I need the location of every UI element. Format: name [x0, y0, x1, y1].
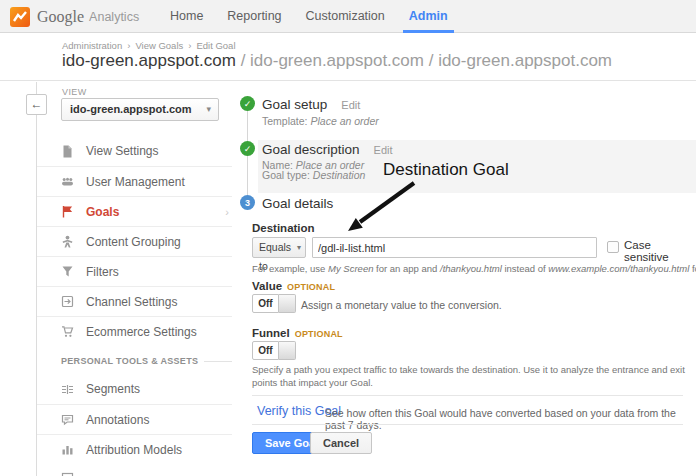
- brand-google: Google: [37, 8, 84, 26]
- segments-icon: [61, 383, 74, 396]
- document-icon: [61, 145, 74, 158]
- page-header: Administration › View Goals › Edit Goal …: [0, 34, 696, 81]
- breadcrumb-edit-goal: Edit Goal: [196, 40, 235, 51]
- helper-example: www.example.com/thankyou.html: [548, 263, 689, 274]
- sidebar-item-label: Goals: [86, 205, 119, 219]
- helper-example: My Screen: [328, 263, 373, 274]
- funnel-optional-badge: OPTIONAL: [295, 329, 343, 339]
- nav-home[interactable]: Home: [158, 0, 215, 33]
- funnel-section-label: FunnelOPTIONAL: [252, 327, 343, 339]
- top-bar: Google Analytics Home Reporting Customiz…: [0, 0, 696, 33]
- helper-example: /thankyou.html: [440, 263, 502, 274]
- nav-admin[interactable]: Admin: [397, 0, 460, 33]
- ga-admin-edit-goal-page: Google Analytics Home Reporting Customiz…: [0, 0, 696, 476]
- case-sensitive-checkbox[interactable]: [607, 241, 619, 253]
- breadcrumb: Administration › View Goals › Edit Goal: [62, 40, 236, 51]
- flag-icon: [61, 205, 74, 218]
- annotation-icon: [61, 413, 74, 426]
- brand-analytics: Analytics: [89, 10, 139, 24]
- cancel-button[interactable]: Cancel: [310, 432, 372, 454]
- destination-label: Destination: [252, 222, 315, 234]
- sidebar-item-attribution-models[interactable]: Attribution Models: [37, 434, 232, 464]
- sidebar-item-label: Filters: [86, 265, 119, 279]
- check-icon: ✓: [244, 99, 252, 109]
- funnel-toggle[interactable]: Off: [252, 341, 296, 360]
- chevron-down-icon: ▾: [297, 238, 301, 257]
- breadcrumb-administration[interactable]: Administration: [62, 40, 122, 51]
- collapse-sidebar-button[interactable]: ←: [26, 94, 47, 115]
- goal-setup-edit-link[interactable]: Edit: [341, 99, 360, 111]
- sidebar-item-ecommerce-settings[interactable]: Ecommerce Settings: [37, 316, 232, 346]
- page-title-view: ido-green.appspot.com: [62, 51, 236, 70]
- helper-text: for a web page: [689, 263, 696, 274]
- section-divider: [252, 395, 683, 396]
- google-analytics-logo[interactable]: Google Analytics: [10, 0, 139, 33]
- sidebar-item-label: User Management: [86, 175, 185, 189]
- personal-tools-section-header: PERSONAL TOOLS & ASSETS: [61, 356, 232, 366]
- section-header-rule: [204, 361, 232, 362]
- selected-item-chevron-icon: ›: [225, 206, 229, 218]
- breadcrumb-separator: ›: [127, 40, 130, 51]
- sidebar-item-label: Segments: [86, 382, 140, 396]
- destination-helper-text: For example, use My Screen for an app an…: [252, 263, 696, 274]
- value-toggle-knob[interactable]: [279, 294, 296, 313]
- sidebar-item-label: Ecommerce Settings: [86, 325, 197, 339]
- sidebar-item-label: Annotations: [86, 413, 149, 427]
- value-label: Value: [252, 280, 282, 292]
- verify-goal-description: See how often this Goal would have conve…: [325, 407, 696, 431]
- value-section-label: ValueOPTIONAL: [252, 280, 335, 292]
- value-toggle[interactable]: Off: [252, 294, 296, 313]
- step2-done-icon: ✓: [240, 141, 255, 156]
- sidebar-item-annotations[interactable]: Annotations: [37, 404, 232, 434]
- step3-number-badge: 3: [240, 195, 255, 210]
- sidebar-item-user-management[interactable]: User Management: [37, 166, 232, 196]
- helper-text: for an app and: [373, 263, 440, 274]
- step1-done-icon: ✓: [240, 96, 255, 111]
- goal-description-edit-link[interactable]: Edit: [374, 144, 393, 156]
- helper-text: For example, use: [252, 263, 328, 274]
- cart-icon: [61, 325, 74, 338]
- bar-chart-icon: [61, 443, 74, 456]
- sidebar-item-label: Content Grouping: [86, 235, 181, 249]
- annotation-arrow-icon: [336, 176, 426, 238]
- sidebar-item-filters[interactable]: Filters: [37, 256, 232, 286]
- nav-reporting[interactable]: Reporting: [215, 0, 293, 33]
- sidebar-item-label: View Settings: [86, 144, 159, 158]
- view-section-label: VIEW: [62, 87, 87, 97]
- funnel-label: Funnel: [252, 327, 290, 339]
- sidebar-item-channel-settings[interactable]: Channel Settings: [37, 286, 232, 316]
- top-navigation: Home Reporting Customization Admin: [158, 0, 460, 33]
- value-optional-badge: OPTIONAL: [287, 282, 335, 292]
- value-description: Assign a monetary value to the conversio…: [301, 299, 502, 311]
- funnel-icon: [61, 265, 74, 278]
- sidebar-item-label: Channel Settings: [86, 295, 177, 309]
- template-label: Template:: [262, 115, 308, 127]
- goal-setup-template-line: Template: Place an order: [262, 115, 379, 127]
- view-selector-dropdown[interactable]: ido-green.appspot.com ▾: [61, 98, 219, 121]
- step3-number: 3: [245, 198, 250, 208]
- goal-details-title: Goal details: [262, 196, 333, 211]
- destination-url-input[interactable]: [312, 237, 597, 258]
- users-icon: [61, 175, 74, 188]
- view-selector-value: ido-green.appspot.com: [70, 103, 192, 115]
- funnel-description: Specify a path you expect traffic to tak…: [252, 364, 696, 390]
- goal-type-label: Goal type:: [262, 169, 310, 181]
- breadcrumb-separator: ›: [188, 40, 191, 51]
- check-icon: ✓: [244, 144, 252, 154]
- sidebar-item-segments[interactable]: Segments: [37, 374, 232, 404]
- goal-setup-title: Goal setup: [262, 97, 327, 112]
- sidebar-menu: View Settings User Management Goals › Co…: [37, 136, 232, 346]
- funnel-toggle-knob[interactable]: [279, 341, 296, 360]
- section-header-label: PERSONAL TOOLS & ASSETS: [61, 356, 198, 366]
- match-type-dropdown[interactable]: Equals to ▾: [252, 237, 306, 258]
- sidebar-item-goals[interactable]: Goals ›: [37, 196, 232, 226]
- breadcrumb-view-goals[interactable]: View Goals: [135, 40, 183, 51]
- value-toggle-off-label: Off: [252, 294, 279, 313]
- channel-icon: [61, 295, 74, 308]
- nav-customization[interactable]: Customization: [294, 0, 397, 33]
- sidebar-item-content-grouping[interactable]: Content Grouping: [37, 226, 232, 256]
- goal-description-header: Goal description Edit: [262, 142, 393, 157]
- back-arrow-icon: ←: [31, 97, 43, 111]
- sidebar-item-view-settings[interactable]: View Settings: [37, 136, 232, 166]
- template-value: Place an order: [310, 115, 378, 127]
